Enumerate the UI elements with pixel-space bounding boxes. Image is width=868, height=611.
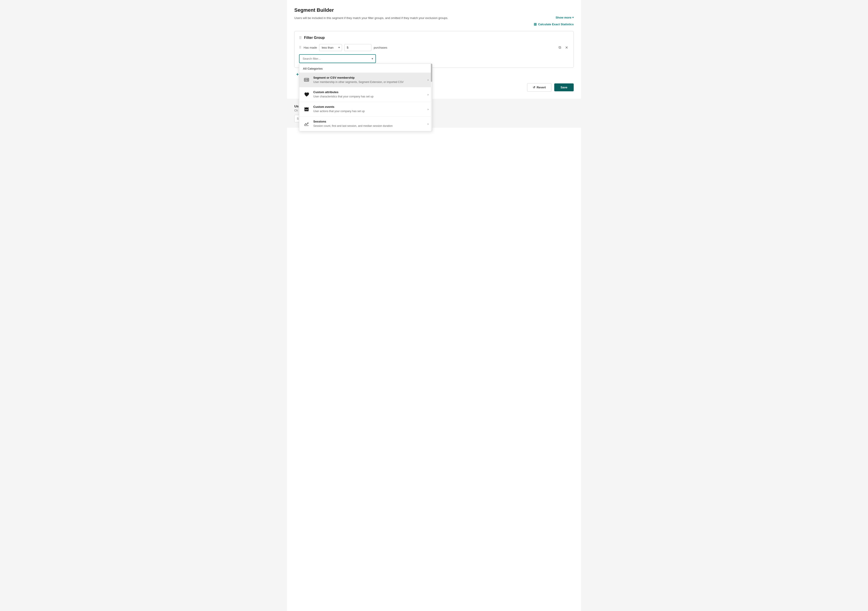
search-filter-input[interactable] <box>299 54 376 63</box>
operator-select[interactable]: less than more than equal to <box>319 44 342 51</box>
dropdown-item-custom-events-desc: User actions that your company has set u… <box>313 109 424 113</box>
filter-group-card: ⠿ Filter Group ⠿ Has made less than more… <box>294 31 574 68</box>
filter-dropdown-menu: All Categories <box>299 64 432 131</box>
dropdown-item-custom-events-title: Custom events <box>313 105 424 109</box>
scrollbar-thumb[interactable] <box>431 64 432 82</box>
dropdown-item-custom-events-arrow-icon: › <box>428 107 429 111</box>
svg-point-1 <box>305 79 306 81</box>
dropdown-item-custom-attributes-arrow-icon: › <box>428 93 429 96</box>
dropdown-item-custom-attributes-title: Custom attributes <box>313 90 424 94</box>
save-button[interactable]: Save <box>554 84 574 91</box>
svg-rect-6 <box>304 107 308 109</box>
revert-button[interactable]: ↺ Revert <box>527 83 551 91</box>
revert-label: Revert <box>536 86 546 89</box>
dropdown-item-sessions-desc: Session count, first and last session, a… <box>313 124 424 128</box>
dropdown-item-custom-attributes-content: Custom attributes User characteristics t… <box>313 90 424 99</box>
svg-rect-11 <box>307 109 308 110</box>
copy-filter-button[interactable]: ⧉ <box>558 45 562 50</box>
scrollbar-track <box>431 64 432 131</box>
filter-unit-label: purchases <box>374 46 387 49</box>
dropdown-item-custom-attributes[interactable]: Custom attributes User characteristics t… <box>299 87 432 102</box>
remove-filter-button[interactable]: ✕ <box>564 45 569 51</box>
close-icon: ✕ <box>565 46 568 50</box>
dropdown-item-custom-attributes-desc: User characteristics that your company h… <box>313 95 424 99</box>
show-more-button[interactable]: Show more ▾ <box>556 16 574 19</box>
operator-select-wrapper: less than more than equal to ▾ <box>319 44 342 51</box>
calendar-icon <box>303 105 310 113</box>
dropdown-item-segment-csv-content: Segment or CSV membership User membershi… <box>313 76 424 84</box>
stats-icon: ⊞ <box>534 22 536 26</box>
dropdown-item-segment-csv-desc: User membership in other segments, Segme… <box>313 80 424 84</box>
filter-drag-icon[interactable]: ⠿ <box>299 46 301 49</box>
dropdown-scroll-area[interactable]: All Categories <box>299 64 432 131</box>
dropdown-item-sessions[interactable]: Sessions Session count, first and last s… <box>299 116 432 131</box>
page-title: Segment Builder <box>294 7 574 13</box>
svg-rect-10 <box>306 109 307 110</box>
copy-icon: ⧉ <box>558 45 561 49</box>
dropdown-item-sessions-arrow-icon: › <box>428 122 429 126</box>
page-description: Users will be included in this segment i… <box>294 16 556 20</box>
filter-row: ⠿ Has made less than more than equal to … <box>299 44 569 51</box>
dropdown-item-sessions-title: Sessions <box>313 120 424 123</box>
dropdown-category-header: All Categories <box>299 64 432 73</box>
dropdown-item-segment-csv-title: Segment or CSV membership <box>313 76 424 79</box>
filter-prefix-label: Has made <box>304 46 317 49</box>
search-filter-wrapper: ▾ All Categories <box>299 54 376 63</box>
chevron-down-icon: ▾ <box>572 16 574 19</box>
filter-group-title: Filter Group <box>304 36 325 40</box>
dropdown-item-sessions-content: Sessions Session count, first and last s… <box>313 120 424 128</box>
chart-icon <box>303 120 310 127</box>
drag-handle-icon[interactable]: ⠿ <box>299 36 302 40</box>
plus-icon: + <box>296 72 299 77</box>
revert-icon: ↺ <box>533 86 535 89</box>
show-more-label: Show more <box>556 16 572 19</box>
id-card-icon <box>303 76 310 84</box>
dropdown-item-custom-events[interactable]: Custom events User actions that your com… <box>299 102 432 116</box>
filter-value-input[interactable]: 5 <box>344 44 371 51</box>
svg-rect-9 <box>305 109 306 110</box>
dropdown-item-segment-csv-arrow-icon: › <box>428 78 429 82</box>
calculate-stats-button[interactable]: ⊞ Calculate Exact Statistics <box>534 22 574 26</box>
filter-actions: ⧉ ✕ <box>558 45 569 51</box>
filter-group-header: ⠿ Filter Group <box>299 36 569 40</box>
heart-icon <box>303 91 310 98</box>
dropdown-item-segment-csv[interactable]: Segment or CSV membership User membershi… <box>299 73 432 87</box>
calc-stats-label: Calculate Exact Statistics <box>538 23 574 26</box>
dropdown-item-custom-events-content: Custom events User actions that your com… <box>313 105 424 113</box>
